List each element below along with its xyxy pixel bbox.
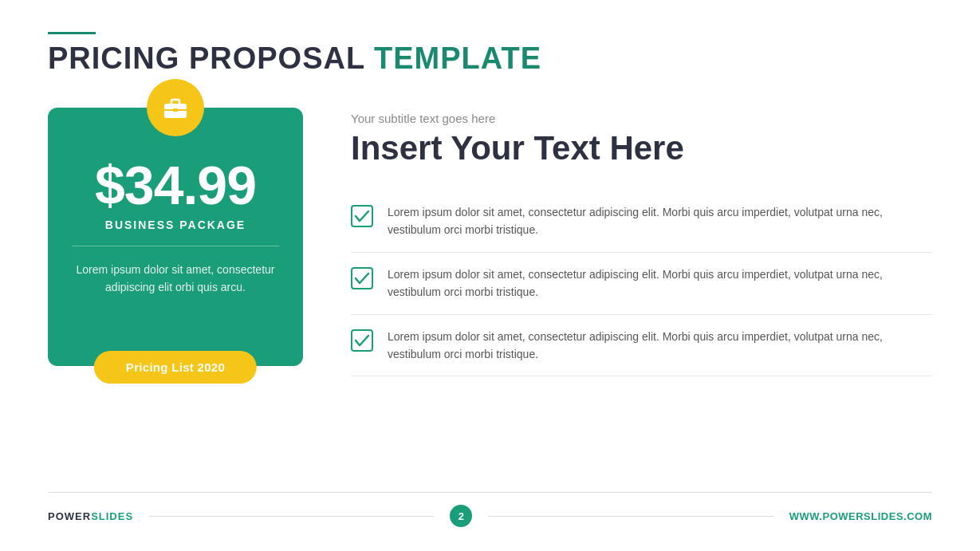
- footer-brand-power: POWER: [48, 510, 91, 522]
- price-card: $34.99 BUSINESS PACKAGE Lorem ipsum dolo…: [48, 108, 303, 367]
- check-icon-2: [351, 267, 373, 289]
- main-content: $34.99 BUSINESS PACKAGE Lorem ipsum dolo…: [48, 108, 932, 492]
- feature-text-2: Lorem ipsum dolor sit amet, consectetur …: [388, 266, 932, 301]
- briefcase-icon: [161, 93, 190, 122]
- card-icon-circle: [147, 79, 204, 136]
- check-icon-3: [351, 329, 373, 352]
- price-amount: $34.99: [95, 155, 256, 215]
- footer-brand: POWERSLIDES: [48, 510, 133, 522]
- title-part1: PRICING PROPOSAL: [48, 41, 374, 75]
- package-label: BUSINESS PACKAGE: [105, 218, 246, 231]
- feature-item-3: Lorem ipsum dolor sit amet, consectetur …: [351, 315, 932, 377]
- main-heading: Insert Your Text Here: [351, 130, 932, 167]
- feature-item-2: Lorem ipsum dolor sit amet, consectetur …: [351, 253, 932, 315]
- card-description: Lorem ipsum dolor sit amet, consectetur …: [72, 261, 279, 297]
- feature-item-1: Lorem ipsum dolor sit amet, consectetur …: [351, 191, 932, 253]
- feature-text-1: Lorem ipsum dolor sit amet, consectetur …: [388, 203, 932, 239]
- footer-brand-slides: SLIDES: [91, 510, 133, 522]
- card-divider: [72, 246, 279, 246]
- feature-text-3: Lorem ipsum dolor sit amet, consectetur …: [388, 328, 932, 364]
- check-icon-1: [351, 205, 373, 227]
- slide: PRICING PROPOSAL TEMPLATE $34.99 BUSINES…: [0, 0, 980, 551]
- right-content: Your subtitle text goes here Insert Your…: [351, 108, 932, 377]
- footer: POWERSLIDES 2 WWW.POWERSLIDES.COM: [48, 492, 932, 527]
- subtitle-text: Your subtitle text goes here: [351, 112, 932, 125]
- svg-rect-2: [173, 108, 178, 112]
- feature-list: Lorem ipsum dolor sit amet, consectetur …: [351, 191, 932, 376]
- header-accent-line: [48, 32, 96, 34]
- footer-line-left: [149, 516, 434, 517]
- footer-page-number: 2: [450, 505, 472, 527]
- header: PRICING PROPOSAL TEMPLATE: [48, 32, 932, 76]
- title-part2: TEMPLATE: [374, 41, 541, 75]
- footer-line-right: [488, 516, 773, 517]
- footer-url: WWW.POWERSLIDES.COM: [789, 510, 932, 522]
- pricing-list-button[interactable]: Pricing List 2020: [94, 351, 257, 384]
- page-title: PRICING PROPOSAL TEMPLATE: [48, 42, 932, 76]
